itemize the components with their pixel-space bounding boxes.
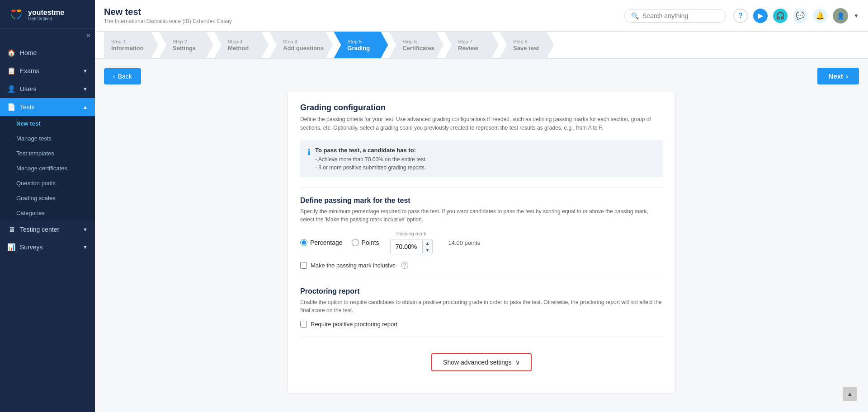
passing-mark-input-wrap: Passing mark ▲ ▼ — [390, 231, 433, 254]
step-2-num: Step 2 — [173, 39, 196, 44]
exams-icon: 📋 — [7, 67, 15, 75]
chat-icon[interactable]: 💬 — [793, 9, 807, 23]
sidebar-item-new-test[interactable]: New test — [0, 116, 95, 131]
advanced-btn-wrap: Show advanced settings ∨ — [300, 346, 663, 382]
spin-buttons: ▲ ▼ — [422, 240, 433, 253]
step-5-num: Step 5 — [347, 39, 370, 44]
avatar[interactable]: 👤 — [833, 8, 848, 23]
search-icon: 🔍 — [631, 12, 639, 19]
grading-config-title: Grading configuration — [300, 103, 663, 112]
headset-icon[interactable]: 🎧 — [773, 9, 788, 23]
next-label: Next — [828, 72, 843, 80]
logo-icon — [7, 6, 24, 23]
sidebar-item-home[interactable]: 🏠 Home — [0, 44, 95, 62]
tests-icon: 📄 — [7, 103, 15, 111]
sidebar-item-manage-certificates[interactable]: Manage certificates — [0, 161, 95, 176]
step-8[interactable]: Step 8 Save test — [500, 32, 554, 58]
sidebar-item-exams[interactable]: 📋 Exams ▼ — [0, 62, 95, 80]
logo-brand: youtestme — [28, 9, 64, 17]
step-4[interactable]: Step 4 Add questions — [269, 32, 333, 58]
play-icon[interactable]: ▶ — [753, 9, 768, 23]
step-7[interactable]: Step 7 Review — [444, 32, 499, 58]
page-title: New test — [104, 7, 617, 17]
sidebar-item-question-pools[interactable]: Question pools — [0, 176, 95, 191]
svg-point-0 — [8, 7, 24, 23]
sidebar-item-tests[interactable]: 📄 Tests ▲ — [0, 98, 95, 116]
steps-bar: Step 1 Information Step 2 Settings Step … — [95, 32, 868, 59]
sidebar-item-testing-center[interactable]: 🖥 Testing center ▼ — [0, 220, 95, 238]
help-icon[interactable]: ? — [733, 9, 748, 23]
step-5[interactable]: Step 5 Grading — [334, 32, 388, 58]
step-2[interactable]: Step 2 Settings — [159, 32, 213, 58]
main-area: New test The International Baccalaureate… — [95, 0, 868, 412]
logo-sub: GetCertified — [28, 16, 64, 21]
passing-mark-input[interactable]: ▲ ▼ — [390, 239, 433, 254]
pass-box-title: To pass the test, a candidate has to: — [315, 147, 427, 154]
sidebar-item-users-label: Users — [20, 85, 37, 93]
require-proctoring-label: Require positive proctoring report — [311, 321, 397, 328]
show-advanced-button[interactable]: Show advanced settings ∨ — [431, 353, 532, 371]
sidebar-item-surveys[interactable]: 📊 Surveys ▼ — [0, 238, 95, 256]
step-7-label: Review — [458, 45, 478, 52]
header-icons: ? ▶ 🎧 💬 🔔 👤 ▼ — [733, 8, 859, 23]
sidebar-item-testing-center-label: Testing center — [20, 226, 59, 233]
sidebar-item-grading-scales[interactable]: Grading scales — [0, 191, 95, 206]
passing-mark-field[interactable] — [391, 239, 422, 254]
sidebar-item-tests-label: Tests — [20, 103, 35, 111]
avatar-chevron-icon[interactable]: ▼ — [854, 13, 859, 19]
search-input[interactable] — [642, 12, 719, 19]
require-proctoring-row[interactable]: Require positive proctoring report — [300, 321, 663, 328]
users-arrow: ▼ — [83, 86, 88, 92]
testing-center-arrow: ▼ — [83, 227, 88, 232]
scroll-to-top[interactable]: ▲ — [843, 387, 857, 401]
back-arrow-icon: ‹ — [113, 73, 115, 80]
radio-points-input[interactable] — [352, 239, 359, 246]
step-3[interactable]: Step 3 Method — [214, 32, 269, 58]
grading-config-card: Grading configuration Define the passing… — [287, 92, 676, 393]
help-circle-icon[interactable]: ? — [401, 262, 408, 269]
sidebar-item-users[interactable]: 👤 Users ▼ — [0, 80, 95, 98]
pass-criteria-content: To pass the test, a candidate has to: - … — [315, 147, 427, 171]
testing-center-icon: 🖥 — [7, 225, 15, 233]
radio-percentage-input[interactable] — [300, 239, 307, 246]
step-6[interactable]: Step 6 Certificates — [389, 32, 443, 58]
sidebar-item-test-templates[interactable]: Test templates — [0, 146, 95, 161]
radio-group: Percentage Points — [300, 239, 379, 246]
pass-criteria-box: ℹ To pass the test, a candidate has to: … — [300, 140, 663, 177]
back-button[interactable]: ‹ Back — [104, 68, 141, 84]
require-proctoring-checkbox[interactable] — [300, 321, 307, 328]
next-button[interactable]: Next › — [817, 68, 859, 84]
radio-points[interactable]: Points — [352, 239, 379, 246]
step-3-label: Method — [228, 45, 249, 52]
users-icon: 👤 — [7, 85, 15, 93]
sidebar-item-manage-tests[interactable]: Manage tests — [0, 131, 95, 146]
radio-percentage[interactable]: Percentage — [300, 239, 343, 246]
info-icon: ℹ — [307, 147, 311, 171]
step-6-num: Step 6 — [402, 39, 434, 44]
grading-config-desc: Define the passing criteria for your tes… — [300, 115, 663, 132]
home-icon: 🏠 — [7, 49, 15, 57]
header-title: New test The International Baccalaureate… — [104, 7, 617, 24]
step-1[interactable]: Step 1 Information — [104, 32, 158, 58]
chevron-down-icon: ∨ — [515, 359, 520, 366]
sidebar-logo: youtestme GetCertified — [0, 0, 95, 28]
spin-down-button[interactable]: ▼ — [423, 247, 433, 253]
step-8-label: Save test — [513, 45, 539, 52]
search-box[interactable]: 🔍 — [624, 9, 726, 23]
sidebar-item-home-label: Home — [20, 49, 37, 56]
spin-up-button[interactable]: ▲ — [423, 240, 433, 247]
sidebar-item-categories[interactable]: Categories — [0, 206, 95, 220]
tests-submenu: New test Manage tests Test templates Man… — [0, 116, 95, 220]
make-inclusive-checkbox[interactable] — [300, 262, 307, 269]
sidebar-collapse[interactable]: « — [0, 28, 95, 42]
make-inclusive-row[interactable]: Make the passing mark inclusive ? — [300, 262, 663, 269]
avatar-initials: 👤 — [837, 12, 844, 19]
proctoring-desc: Enable the option to require candidates … — [300, 298, 663, 314]
sidebar: youtestme GetCertified « 🏠 Home 📋 Exams … — [0, 0, 95, 412]
collapse-button[interactable]: « — [86, 31, 90, 39]
bell-icon[interactable]: 🔔 — [813, 9, 827, 23]
define-passing-title: Define passing mark for the test — [300, 197, 663, 205]
back-label: Back — [118, 73, 132, 80]
section-divider-2 — [300, 278, 663, 278]
pass-item-2: - 3 or more positive submitted grading r… — [315, 164, 427, 171]
